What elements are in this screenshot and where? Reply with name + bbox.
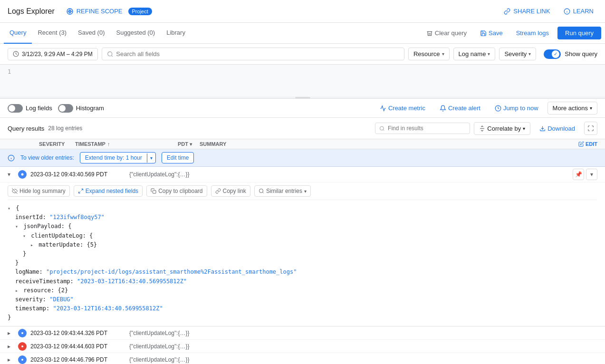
log-row[interactable]: ▸ 2023-03-12 09:44:44.603 PDT {"clientUp… <box>0 340 605 353</box>
pin-button[interactable]: 📌 <box>573 169 584 180</box>
svg-point-21 <box>21 345 23 347</box>
severity-col-header[interactable]: SEVERITY <box>39 141 67 147</box>
search-icon <box>107 51 114 57</box>
tab-library[interactable]: Library <box>161 23 191 44</box>
expand-nested-fields-button[interactable]: Expand nested fields <box>74 185 143 197</box>
query-editor[interactable]: 1 <box>0 65 605 99</box>
histogram-toggle-group: Histogram <box>58 104 104 113</box>
resource-arrow-icon[interactable]: ▸ <box>15 288 18 293</box>
expand-icon <box>587 125 594 132</box>
correlate-button[interactable]: Correlate by ▾ <box>474 122 530 135</box>
edit-icon <box>578 141 584 147</box>
copy-link-button[interactable]: Copy link <box>211 185 250 197</box>
log-name-filter-button[interactable]: Log name ▾ <box>453 48 496 60</box>
log-line-clientUpdateLog: ▾ clientUpdateLog: { <box>23 231 597 240</box>
download-button[interactable]: Download <box>534 122 580 135</box>
edit-col-header[interactable]: EDIT <box>578 141 597 147</box>
pdt-filter[interactable]: PDT ▾ <box>178 141 192 147</box>
share-link-button[interactable]: SHARE LINK <box>500 6 554 17</box>
row-chevron-right-icon: ▸ <box>8 343 14 350</box>
stream-logs-button[interactable]: Stream logs <box>511 27 554 39</box>
expand-button[interactable] <box>584 122 597 135</box>
expanded-log-timestamp: 2023-03-12 09:43:40.569 PDT <box>30 171 125 178</box>
line-number: 1 <box>8 68 11 75</box>
severity-filter-button[interactable]: Severity ▾ <box>499 48 536 60</box>
json-payload-arrow-icon[interactable]: ▾ <box>15 224 18 229</box>
results-title: Query results <box>8 125 44 132</box>
svg-rect-17 <box>153 191 156 194</box>
pdt-label: PDT <box>178 141 188 147</box>
jump-icon <box>495 105 501 112</box>
row-severity-icon <box>18 342 27 351</box>
more-actions-chevron-icon: ▾ <box>590 105 592 111</box>
row-timestamp: 2023-03-12 09:43:44.326 PDT <box>30 330 125 336</box>
row-severity-icon <box>18 355 27 364</box>
expanded-log-chevron-down-icon: ▾ <box>8 171 14 178</box>
share-link-icon <box>504 8 510 15</box>
create-alert-button[interactable]: Create alert <box>434 102 486 115</box>
show-query-label: Show query <box>565 50 597 57</box>
similar-entries-button[interactable]: Similar entries ▾ <box>254 185 311 197</box>
nav-tabs: Query Recent (3) Saved (0) Suggested (0)… <box>0 23 605 44</box>
log-line-client-close-brace: } <box>23 249 597 259</box>
copy-link-icon <box>215 188 221 194</box>
row-summary: {"clientUpdateLog":{…}} <box>129 343 597 350</box>
log-line-logName: logName: "projects/project-id/logs/assis… <box>15 268 597 277</box>
clear-query-button[interactable]: Clear query <box>422 27 471 39</box>
extend-time-arrow[interactable]: ▾ <box>147 153 155 163</box>
search-bar: 3/12/23, 9:29 AM – 4:29 PM Resource ▾ Lo… <box>0 44 605 65</box>
editor-resize-handle[interactable] <box>0 96 605 98</box>
row-chevron-right-icon: ▸ <box>8 356 14 363</box>
hide-icon <box>12 188 18 194</box>
show-query-wrap: Show query <box>544 49 597 59</box>
log-fields-toggle[interactable] <box>8 104 23 113</box>
log-content: ▾ { insertId: "123ifwwf8oqy57" ▾ jsonPay… <box>8 200 597 326</box>
chevron-down-icon: ▾ <box>488 51 490 57</box>
results-count: 28 log entries <box>48 125 82 132</box>
hide-log-summary-button[interactable]: Hide log summary <box>8 185 70 197</box>
log-fields-label: Log fields <box>26 105 52 112</box>
expanded-log-severity-icon <box>18 170 27 179</box>
log-row[interactable]: ▸ 2023-03-12 09:44:46.796 PDT {"clientUp… <box>0 353 605 364</box>
show-query-toggle[interactable] <box>544 49 561 59</box>
date-range-button[interactable]: 3/12/23, 9:29 AM – 4:29 PM <box>8 48 98 60</box>
row-timestamp: 2023-03-12 09:44:44.603 PDT <box>30 343 125 350</box>
tab-saved[interactable]: Saved (0) <box>72 23 110 44</box>
metric-icon <box>380 105 386 112</box>
share-link-label: SHARE LINK <box>513 8 550 15</box>
extend-time-main[interactable]: Extend time by: 1 hour <box>80 153 147 163</box>
tab-query[interactable]: Query <box>4 23 32 44</box>
learn-button[interactable]: LEARN <box>560 6 597 17</box>
svg-point-7 <box>380 126 384 130</box>
sev-dot-icon <box>20 358 24 362</box>
timestamp-col-header[interactable]: TIMESTAMP ↑ <box>75 141 170 147</box>
tab-recent[interactable]: Recent (3) <box>32 23 72 44</box>
correlate-icon <box>479 125 485 132</box>
learn-icon <box>564 8 570 15</box>
toolbar: Log fields Histogram Create metric Creat… <box>0 99 605 118</box>
histogram-toggle[interactable] <box>58 104 73 113</box>
collapse-arrow-icon[interactable]: ▾ <box>8 206 10 211</box>
resource-filter-button[interactable]: Resource ▾ <box>408 48 450 60</box>
histogram-label: Histogram <box>76 105 104 112</box>
more-row-options-button[interactable]: ▾ <box>586 169 597 180</box>
expanded-log-row[interactable]: ▾ 2023-03-12 09:43:40.569 PDT {"clientUp… <box>0 167 605 182</box>
run-query-button[interactable]: Run query <box>557 27 601 39</box>
edit-time-button[interactable]: Edit time <box>162 152 194 163</box>
refine-scope-button[interactable]: REFINE SCOPE <box>62 6 126 17</box>
log-row[interactable]: ▸ 2023-03-12 09:43:44.326 PDT {"clientUp… <box>0 326 605 340</box>
tab-suggested[interactable]: Suggested (0) <box>110 23 161 44</box>
jump-to-now-button[interactable]: Jump to now <box>490 102 544 115</box>
search-input[interactable] <box>116 50 399 57</box>
learn-label: LEARN <box>573 8 594 15</box>
create-metric-button[interactable]: Create metric <box>375 102 431 115</box>
svg-point-13 <box>21 173 24 176</box>
extend-time-button[interactable]: Extend time by: 1 hour ▾ <box>80 152 156 163</box>
info-text: To view older entries: <box>20 154 74 161</box>
find-input[interactable] <box>388 125 466 132</box>
client-update-log-arrow-icon[interactable]: ▾ <box>23 233 26 239</box>
save-button[interactable]: Save <box>475 27 508 39</box>
more-actions-button[interactable]: More actions ▾ <box>547 102 597 115</box>
matter-update-arrow-icon[interactable]: ▸ <box>30 242 33 248</box>
copy-to-clipboard-button[interactable]: Copy to clipboard <box>146 185 207 197</box>
